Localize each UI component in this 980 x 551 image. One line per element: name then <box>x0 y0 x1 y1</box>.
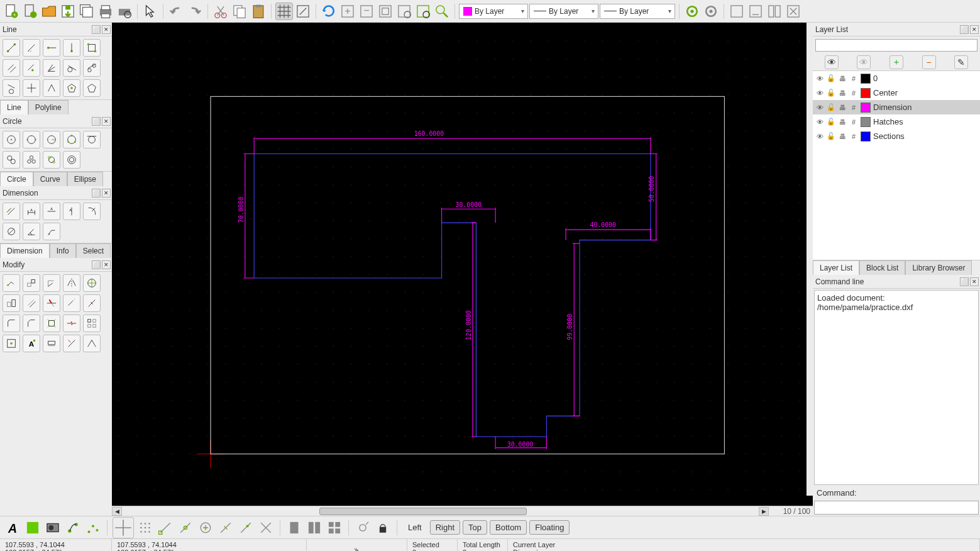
tab-select[interactable]: Select <box>76 243 111 258</box>
new-from-template-icon[interactable] <box>21 3 39 20</box>
layer-construction-icon[interactable]: # <box>849 75 858 82</box>
snap-grid-icon[interactable] <box>136 519 154 537</box>
dim-vert-icon[interactable]: A <box>63 203 80 220</box>
tab-line[interactable]: Line <box>0 100 28 114</box>
open-icon[interactable] <box>40 3 58 20</box>
panel-float-icon[interactable]: ⬜ <box>960 25 969 34</box>
redo-icon[interactable] <box>186 3 204 20</box>
panel-close-icon[interactable]: ✕ <box>970 277 979 286</box>
line-parallel-icon[interactable] <box>3 59 20 77</box>
tab-ellipse[interactable]: Ellipse <box>67 172 103 186</box>
panel-close-icon[interactable]: ✕ <box>102 189 111 198</box>
horizontal-scrollbar[interactable]: ◀ ▶ 10 / 100 <box>112 506 813 516</box>
dim-linear-icon[interactable]: A <box>23 203 40 220</box>
mod-chamfer-icon[interactable] <box>23 314 40 332</box>
tab-dimension[interactable]: Dimension <box>0 243 50 258</box>
scroll-left-icon[interactable]: ◀ <box>112 507 122 516</box>
snap-mid-icon[interactable] <box>217 519 234 537</box>
mod-rotate-icon[interactable] <box>43 274 60 292</box>
mod-attr-icon[interactable] <box>3 335 20 352</box>
layer-color-swatch[interactable] <box>861 131 871 142</box>
dock-right[interactable]: Right <box>430 520 460 535</box>
window-icon[interactable] <box>728 3 746 20</box>
line-rel-icon[interactable] <box>43 79 60 97</box>
tab-curve[interactable]: Curve <box>33 172 67 186</box>
line-rect-icon[interactable] <box>83 39 101 57</box>
circle-tan3-icon[interactable] <box>23 151 40 169</box>
snap-int-icon[interactable] <box>257 519 275 537</box>
line-polygon-icon[interactable] <box>63 79 80 97</box>
drawing-canvas[interactable]: 160.0000 70.0000 30.0000 50.0000 40.0000… <box>112 23 813 506</box>
relzero-icon[interactable] <box>354 519 372 537</box>
layer-lock-icon[interactable]: 🔓 <box>827 89 835 97</box>
zoom-out-icon[interactable]: − <box>358 3 375 20</box>
refresh-icon[interactable] <box>320 3 338 20</box>
point-tool-icon[interactable] <box>64 519 82 537</box>
mod-delete-icon[interactable] <box>43 335 60 352</box>
mod-revert-icon[interactable] <box>63 335 80 352</box>
pointer-icon[interactable] <box>141 3 159 20</box>
snap-end-icon[interactable] <box>157 519 174 537</box>
layer-visible-icon[interactable]: 👁 <box>815 118 824 126</box>
layer-lock-icon[interactable]: 🔓 <box>827 132 835 140</box>
dock-top[interactable]: Top <box>463 520 487 535</box>
mod-move2-icon[interactable] <box>23 274 40 292</box>
window-close-icon[interactable] <box>785 3 802 20</box>
circle-concentric-icon[interactable] <box>63 151 80 169</box>
zoom-window-icon[interactable] <box>414 3 432 20</box>
zoom-prev-icon[interactable] <box>395 3 413 20</box>
settings-icon[interactable] <box>683 3 701 20</box>
image-tool-icon[interactable] <box>44 519 62 537</box>
linetype-combo[interactable]: By Layer <box>600 4 675 19</box>
grid-toggle-icon[interactable] <box>275 3 293 20</box>
scroll-thumb[interactable] <box>319 508 527 515</box>
circle-2pt-icon[interactable] <box>23 131 40 148</box>
line-2pt-icon[interactable] <box>3 39 20 57</box>
snap-free-icon[interactable] <box>113 517 134 538</box>
layer-construction-icon[interactable]: # <box>849 104 858 111</box>
mod-trim-icon[interactable] <box>43 294 60 312</box>
layer-hideall-icon[interactable]: 👁 <box>857 55 871 69</box>
copy-icon[interactable] <box>231 3 248 20</box>
mod-explode-icon[interactable] <box>43 314 60 332</box>
dock-left[interactable]: Left <box>402 520 427 535</box>
points-tool-icon[interactable] <box>84 519 102 537</box>
layer-row[interactable]: 👁🔓🖶#Sections <box>813 129 980 143</box>
line-polygon2-icon[interactable] <box>83 79 101 97</box>
restrict-ortho-icon[interactable] <box>306 519 323 537</box>
layer-row[interactable]: 👁🔓🖶#Hatches <box>813 114 980 129</box>
layer-remove-icon[interactable]: − <box>922 55 936 69</box>
layer-edit-icon[interactable]: ✎ <box>954 55 968 69</box>
mod-array-icon[interactable] <box>83 314 101 332</box>
panel-close-icon[interactable]: ✕ <box>102 260 111 269</box>
window-min-icon[interactable] <box>747 3 764 20</box>
layer-row[interactable]: 👁🔓🖶#Center <box>813 86 980 100</box>
layer-visible-icon[interactable]: 👁 <box>815 75 824 82</box>
tab-layer-list[interactable]: Layer List <box>813 260 859 275</box>
layer-row[interactable]: 👁🔓🖶#0 <box>813 71 980 86</box>
mod-stretch-icon[interactable] <box>3 294 20 312</box>
dim-diametric-icon[interactable] <box>3 223 20 240</box>
panel-float-icon[interactable]: ⬜ <box>92 260 101 269</box>
tab-info[interactable]: Info <box>50 243 76 258</box>
tab-block-list[interactable]: Block List <box>859 260 905 275</box>
line-vert-icon[interactable] <box>63 39 80 57</box>
panel-close-icon[interactable]: ✕ <box>970 25 979 34</box>
tab-polyline[interactable]: Polyline <box>28 100 69 114</box>
layer-print-icon[interactable]: 🖶 <box>838 104 847 111</box>
mod-move-icon[interactable] <box>3 274 20 292</box>
line-perp-icon[interactable] <box>23 79 40 97</box>
draft-mode-icon[interactable] <box>294 3 312 20</box>
layer-lock-icon[interactable]: 🔓 <box>827 103 835 111</box>
line-angle-icon[interactable] <box>23 39 40 57</box>
lock-relzero-icon[interactable] <box>374 519 392 537</box>
layer-visible-icon[interactable]: 👁 <box>815 104 824 111</box>
layer-construction-icon[interactable]: # <box>849 118 858 126</box>
circle-3pt-icon[interactable] <box>63 131 80 148</box>
tab-circle[interactable]: Circle <box>0 172 33 186</box>
zoom-pan-icon[interactable] <box>433 3 451 20</box>
print-icon[interactable] <box>97 3 114 20</box>
layer-print-icon[interactable]: 🖶 <box>838 118 847 126</box>
mod-props-icon[interactable]: A <box>23 335 40 352</box>
mod-scale-icon[interactable] <box>83 274 101 292</box>
